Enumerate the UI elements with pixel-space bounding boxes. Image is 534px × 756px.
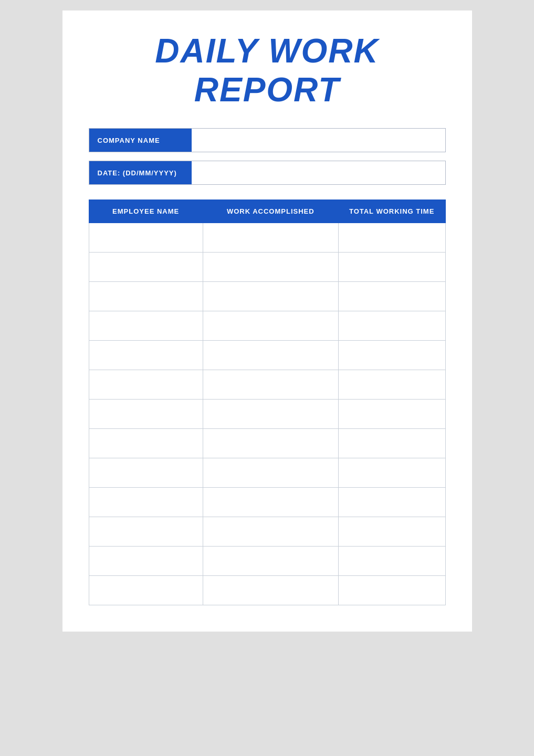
date-value[interactable] bbox=[192, 161, 445, 184]
total-working-time-cell[interactable] bbox=[338, 282, 445, 311]
employee-name-cell[interactable] bbox=[89, 488, 203, 517]
employee-name-cell[interactable] bbox=[89, 429, 203, 458]
employee-name-cell[interactable] bbox=[89, 458, 203, 488]
work-accomplished-cell[interactable] bbox=[203, 517, 338, 547]
table-row bbox=[89, 458, 445, 488]
total-working-time-cell[interactable] bbox=[338, 400, 445, 429]
employee-name-cell[interactable] bbox=[89, 370, 203, 400]
table-row bbox=[89, 488, 445, 517]
work-accomplished-cell[interactable] bbox=[203, 253, 338, 282]
employee-name-cell[interactable] bbox=[89, 576, 203, 605]
work-accomplished-header: WORK ACCOMPLISHED bbox=[203, 200, 338, 223]
total-working-time-cell[interactable] bbox=[338, 370, 445, 400]
work-accomplished-cell[interactable] bbox=[203, 370, 338, 400]
employee-name-cell[interactable] bbox=[89, 311, 203, 341]
table-row bbox=[89, 400, 445, 429]
table-row bbox=[89, 576, 445, 605]
total-working-time-cell[interactable] bbox=[338, 488, 445, 517]
work-accomplished-cell[interactable] bbox=[203, 311, 338, 341]
page-title: DAILY WORK REPORT bbox=[89, 32, 446, 109]
employee-name-header: EMPLOYEE NAME bbox=[89, 200, 203, 223]
work-accomplished-cell[interactable] bbox=[203, 488, 338, 517]
employee-name-cell[interactable] bbox=[89, 517, 203, 547]
table-row bbox=[89, 223, 445, 253]
employee-name-cell[interactable] bbox=[89, 223, 203, 253]
total-working-time-cell[interactable] bbox=[338, 341, 445, 370]
table-row bbox=[89, 282, 445, 311]
total-working-time-cell[interactable] bbox=[338, 458, 445, 488]
work-accomplished-cell[interactable] bbox=[203, 429, 338, 458]
employee-name-cell[interactable] bbox=[89, 282, 203, 311]
work-accomplished-cell[interactable] bbox=[203, 458, 338, 488]
employee-name-cell[interactable] bbox=[89, 547, 203, 576]
work-accomplished-cell[interactable] bbox=[203, 576, 338, 605]
info-section: COMPANY NAME DATE: (DD/MM/YYYY) bbox=[89, 128, 446, 185]
table-header-row: EMPLOYEE NAME WORK ACCOMPLISHED TOTAL WO… bbox=[89, 200, 445, 223]
work-accomplished-cell[interactable] bbox=[203, 282, 338, 311]
company-name-value[interactable] bbox=[192, 129, 445, 152]
work-accomplished-cell[interactable] bbox=[203, 400, 338, 429]
total-working-time-cell[interactable] bbox=[338, 223, 445, 253]
date-label: DATE: (DD/MM/YYYY) bbox=[89, 161, 192, 184]
date-row: DATE: (DD/MM/YYYY) bbox=[89, 161, 446, 185]
table-row bbox=[89, 370, 445, 400]
total-working-time-cell[interactable] bbox=[338, 517, 445, 547]
employee-name-cell[interactable] bbox=[89, 253, 203, 282]
work-report-table: EMPLOYEE NAME WORK ACCOMPLISHED TOTAL WO… bbox=[89, 200, 446, 605]
table-row bbox=[89, 253, 445, 282]
total-working-time-header: TOTAL WORKING TIME bbox=[338, 200, 445, 223]
company-name-row: COMPANY NAME bbox=[89, 128, 446, 152]
total-working-time-cell[interactable] bbox=[338, 547, 445, 576]
work-accomplished-cell[interactable] bbox=[203, 341, 338, 370]
company-name-label: COMPANY NAME bbox=[89, 129, 192, 152]
table-row bbox=[89, 341, 445, 370]
total-working-time-cell[interactable] bbox=[338, 576, 445, 605]
table-row bbox=[89, 547, 445, 576]
employee-name-cell[interactable] bbox=[89, 400, 203, 429]
total-working-time-cell[interactable] bbox=[338, 429, 445, 458]
report-page: DAILY WORK REPORT COMPANY NAME DATE: (DD… bbox=[62, 10, 472, 632]
total-working-time-cell[interactable] bbox=[338, 311, 445, 341]
employee-name-cell[interactable] bbox=[89, 341, 203, 370]
table-row bbox=[89, 311, 445, 341]
total-working-time-cell[interactable] bbox=[338, 253, 445, 282]
work-accomplished-cell[interactable] bbox=[203, 223, 338, 253]
table-row bbox=[89, 429, 445, 458]
table-row bbox=[89, 517, 445, 547]
work-accomplished-cell[interactable] bbox=[203, 547, 338, 576]
